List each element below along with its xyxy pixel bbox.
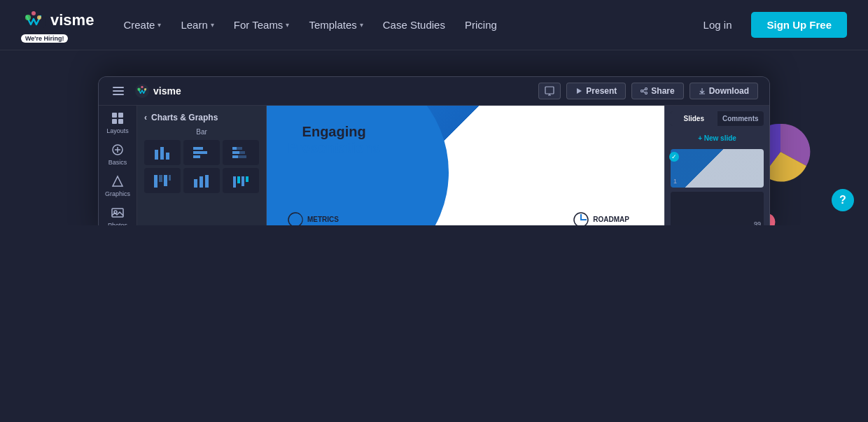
svg-rect-41 bbox=[154, 175, 158, 188]
chart-icon-bar5[interactable] bbox=[183, 168, 220, 193]
sidebar-basics[interactable]: Basics bbox=[108, 143, 127, 166]
canvas-title: Engaging bbox=[288, 123, 380, 140]
canvas-metrics: METRICS bbox=[288, 212, 339, 225]
svg-line-17 bbox=[643, 91, 645, 92]
chart-icon-bar6[interactable] bbox=[223, 168, 259, 193]
nav-item-for-teams[interactable]: For Teams ▾ bbox=[225, 13, 298, 36]
svg-rect-20 bbox=[118, 113, 123, 118]
help-button[interactable]: ? bbox=[832, 189, 854, 211]
svg-rect-9 bbox=[545, 87, 554, 94]
slide-thumb-1[interactable]: 1 bbox=[671, 149, 764, 188]
download-button[interactable]: Download bbox=[690, 83, 758, 99]
svg-line-16 bbox=[643, 89, 645, 90]
svg-rect-30 bbox=[160, 147, 164, 160]
chart-icon-bar2[interactable] bbox=[183, 140, 220, 165]
visme-logo-icon bbox=[21, 8, 46, 33]
sidebar-graphics[interactable]: Graphics bbox=[105, 174, 130, 197]
stacked-bar-icon bbox=[231, 144, 251, 161]
nav-right: Log in Sign Up Free bbox=[695, 12, 847, 38]
roadmap-icon bbox=[573, 212, 589, 225]
tab-comments[interactable]: Comments bbox=[718, 111, 764, 126]
canvas-content: Engaging Presentations METRICS bbox=[267, 106, 664, 225]
svg-point-6 bbox=[137, 87, 140, 90]
svg-rect-37 bbox=[232, 151, 239, 154]
svg-rect-34 bbox=[193, 155, 200, 158]
back-icon[interactable]: ‹ bbox=[144, 113, 147, 122]
bar-chart-6-icon bbox=[231, 172, 251, 189]
app-sidebar: Layouts Basics Graphics bbox=[99, 106, 137, 225]
navbar: visme We're Hiring! Create ▾ Learn ▾ For… bbox=[0, 0, 868, 50]
hiring-badge: We're Hiring! bbox=[21, 34, 68, 43]
chart-icon-bar3[interactable] bbox=[223, 140, 259, 165]
svg-point-14 bbox=[645, 92, 648, 94]
svg-rect-21 bbox=[112, 119, 117, 124]
charts-panel: ‹ Charts & Graphs Bar bbox=[137, 106, 267, 225]
chevron-down-icon: ▾ bbox=[360, 21, 363, 29]
app-preview: visme Present bbox=[98, 76, 770, 225]
share-button[interactable]: Share bbox=[631, 83, 683, 99]
sidebar-layouts[interactable]: Layouts bbox=[106, 111, 129, 134]
svg-rect-51 bbox=[246, 176, 248, 182]
svg-rect-43 bbox=[164, 175, 167, 186]
svg-point-8 bbox=[141, 85, 143, 87]
login-button[interactable]: Log in bbox=[695, 13, 741, 36]
app-titlebar: visme Present bbox=[99, 77, 769, 106]
app-logo-icon bbox=[135, 84, 149, 98]
nav-item-templates[interactable]: Templates ▾ bbox=[300, 13, 371, 36]
hamburger-menu[interactable] bbox=[110, 84, 127, 98]
titlebar-icon-btn[interactable] bbox=[538, 83, 561, 99]
svg-point-2 bbox=[37, 15, 41, 20]
svg-point-7 bbox=[144, 88, 146, 90]
bar-chart-icon bbox=[153, 144, 172, 161]
chevron-down-icon: ▾ bbox=[211, 21, 214, 29]
signup-button[interactable]: Sign Up Free bbox=[751, 12, 847, 38]
horizontal-bar-icon bbox=[192, 144, 211, 161]
svg-rect-40 bbox=[238, 155, 246, 158]
chart-icon-bar4[interactable] bbox=[144, 168, 181, 193]
titlebar-actions: Present Share Download bbox=[538, 83, 758, 99]
nav-item-learn[interactable]: Learn ▾ bbox=[172, 13, 222, 36]
graphics-icon bbox=[111, 174, 125, 188]
bar-chart-4-icon bbox=[153, 172, 172, 189]
svg-marker-26 bbox=[113, 176, 122, 186]
active-slide-indicator: ✓ bbox=[669, 152, 679, 162]
download-icon bbox=[699, 87, 706, 94]
graphics-label: Graphics bbox=[105, 190, 130, 197]
slide-thumb-2[interactable]: 99 bbox=[671, 192, 764, 225]
basics-icon bbox=[111, 143, 125, 157]
svg-rect-32 bbox=[193, 147, 203, 150]
svg-rect-38 bbox=[239, 151, 245, 154]
svg-rect-22 bbox=[118, 119, 123, 124]
hero-section: We're not just a tool, we're the whole w… bbox=[0, 50, 868, 225]
svg-rect-50 bbox=[241, 176, 244, 186]
nav-links: Create ▾ Learn ▾ For Teams ▾ Templates ▾… bbox=[115, 13, 694, 36]
canvas-roadmap: ROADMAP bbox=[573, 212, 629, 225]
logo-text: visme bbox=[50, 11, 94, 29]
svg-marker-12 bbox=[577, 88, 582, 94]
svg-rect-45 bbox=[194, 179, 197, 188]
svg-point-1 bbox=[25, 15, 31, 20]
nav-item-case-studies[interactable]: Case Studies bbox=[374, 13, 454, 36]
logo-area[interactable]: visme We're Hiring! bbox=[21, 8, 94, 43]
slide-2-container: 99 bbox=[671, 192, 764, 225]
svg-point-15 bbox=[641, 90, 643, 92]
present-icon bbox=[575, 87, 582, 94]
app-logo: visme bbox=[135, 84, 181, 98]
slides-panel: Slides Comments + New slide ✓ 1 bbox=[664, 106, 769, 225]
svg-rect-31 bbox=[166, 153, 169, 160]
svg-rect-42 bbox=[159, 175, 162, 182]
layouts-icon bbox=[111, 111, 125, 125]
svg-point-13 bbox=[645, 87, 648, 90]
screen-icon bbox=[545, 86, 554, 96]
chart-icons-grid bbox=[144, 140, 259, 193]
svg-rect-44 bbox=[169, 175, 171, 181]
chart-icon-bar1[interactable] bbox=[144, 140, 181, 165]
svg-rect-48 bbox=[233, 176, 236, 188]
present-button[interactable]: Present bbox=[566, 83, 626, 99]
nav-item-pricing[interactable]: Pricing bbox=[456, 13, 505, 36]
sidebar-photos[interactable]: Photos bbox=[108, 206, 127, 225]
new-slide-button[interactable]: + New slide bbox=[671, 132, 764, 145]
tab-slides[interactable]: Slides bbox=[671, 111, 718, 126]
svg-rect-33 bbox=[193, 151, 207, 154]
nav-item-create[interactable]: Create ▾ bbox=[115, 13, 169, 36]
